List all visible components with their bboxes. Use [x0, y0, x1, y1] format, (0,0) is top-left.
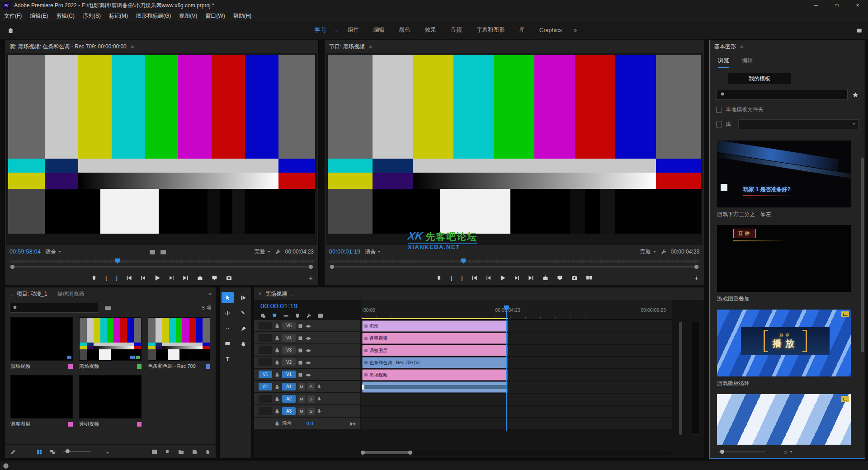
timeline-timecode[interactable]: 00:00:01:19 [254, 300, 360, 310]
project-item[interactable]: 调整图层 [10, 375, 73, 428]
list-options-icon[interactable]: ≡ [784, 449, 793, 456]
menu-file[interactable]: 文件(F) [0, 12, 26, 20]
track-lane-v1[interactable]: 黑场视频 [361, 369, 672, 381]
track-lane-a1[interactable] [361, 381, 672, 393]
template-item[interactable]: 直播 游戏图形叠加 [717, 225, 859, 303]
template-item[interactable]: 联赛 播放 游戏徽标循环 [717, 310, 859, 387]
eye-icon[interactable] [305, 323, 311, 328]
new-bin-icon[interactable] [178, 447, 184, 456]
lock-icon[interactable] [274, 384, 280, 390]
program-timecode[interactable]: 00:00:01:19 [329, 249, 360, 255]
ripple-edit-tool[interactable] [222, 307, 234, 319]
add-marker-button[interactable] [436, 273, 442, 282]
program-zoom-select[interactable]: 适合 [365, 248, 381, 256]
track-target-button[interactable]: V5 [282, 322, 296, 329]
menu-sequence[interactable]: 序列(S) [79, 12, 105, 20]
list-view-icon[interactable] [24, 447, 29, 456]
project-tab[interactable]: 项目: 动漫_1 [17, 290, 47, 298]
in-out-filter-icon[interactable] [104, 304, 111, 312]
go-to-in-button[interactable] [126, 273, 132, 282]
template-item[interactable] [717, 394, 859, 445]
workspace-tab-learning[interactable]: 学习 [307, 26, 333, 34]
solo-button[interactable]: S [307, 383, 315, 390]
eye-icon[interactable] [305, 371, 311, 377]
mark-in-button[interactable]: { [105, 274, 107, 281]
lock-icon[interactable] [274, 396, 280, 402]
icon-view-icon[interactable] [37, 447, 42, 456]
source-patch-box[interactable] [259, 334, 272, 342]
source-patch-box[interactable] [259, 358, 272, 366]
clip-thumbnail[interactable] [10, 317, 73, 361]
project-item[interactable]: 黑场视频 [79, 317, 142, 370]
mark-in-button[interactable]: { [450, 274, 452, 281]
menu-view[interactable]: 视图(V) [175, 12, 201, 20]
pen-tool[interactable] [237, 323, 250, 334]
lock-icon[interactable] [274, 359, 280, 365]
quick-export-icon[interactable] [856, 25, 863, 33]
overwrite-button[interactable] [212, 273, 217, 282]
source-scrubber[interactable] [9, 258, 314, 264]
track-target-button[interactable]: V1 [282, 371, 296, 378]
menu-clip[interactable]: 剪辑(C) [52, 12, 79, 20]
step-back-button[interactable] [486, 273, 491, 282]
label-color-chip[interactable] [68, 422, 73, 427]
go-to-out-button[interactable] [183, 273, 189, 282]
timeline-playhead-line[interactable] [506, 311, 507, 431]
clip-graphic[interactable]: 图形 [362, 320, 508, 332]
project-item[interactable]: 色条和色调 - Rec 709 [148, 317, 210, 370]
clip-thumbnail[interactable] [148, 317, 210, 361]
maximize-button[interactable]: □ [826, 0, 847, 11]
automate-to-sequence-icon[interactable] [151, 447, 157, 456]
program-panel-menu-icon[interactable]: ≡ [369, 43, 373, 50]
lift-button[interactable] [542, 273, 548, 282]
template-item[interactable]: 玩家 1 是否准备好? 游戏下方三分之一靠左 [717, 141, 859, 218]
workspace-menu-icon[interactable]: ≡ [333, 27, 340, 33]
track-target-button[interactable]: A3 [282, 407, 296, 415]
type-tool[interactable]: T [222, 353, 234, 365]
source-timecode[interactable]: 00:59:58:04 [9, 249, 41, 255]
mic-icon[interactable] [317, 408, 321, 414]
mark-out-button[interactable]: } [116, 274, 118, 281]
workspace-tab-assembly[interactable]: 组件 [340, 26, 366, 34]
source-resolution-select[interactable]: 完整 [255, 248, 270, 256]
razor-tool[interactable] [237, 307, 250, 319]
timeline-ruler[interactable]: :00:00 00:00:04:23 00:00:09:23 [361, 300, 672, 320]
track-select-forward-tool[interactable] [237, 292, 250, 303]
button-editor-button[interactable]: + [694, 274, 698, 282]
selection-tool[interactable] [222, 292, 234, 303]
insert-button[interactable] [197, 273, 203, 282]
timeline-vertical-scrollbar[interactable] [679, 322, 682, 435]
eye-icon[interactable] [305, 335, 311, 340]
template-thumbnail[interactable] [717, 394, 851, 445]
minimize-button[interactable]: ─ [806, 0, 826, 11]
add-marker-icon[interactable] [295, 311, 300, 320]
eye-icon[interactable] [305, 359, 311, 365]
track-target-button[interactable]: A1 [282, 383, 296, 390]
workspace-tab-audio[interactable]: 音频 [443, 26, 469, 34]
find-icon[interactable] [165, 447, 170, 456]
mark-out-button[interactable]: } [461, 274, 463, 281]
lock-icon[interactable] [274, 371, 280, 377]
timeline-horizontal-scrollbar[interactable] [361, 451, 672, 455]
project-search-input[interactable] [21, 305, 96, 311]
lock-icon[interactable] [274, 347, 280, 353]
timeline-panel-menu-icon[interactable]: ≡ [291, 291, 295, 297]
step-forward-button[interactable] [169, 273, 174, 282]
project-item[interactable]: 黑场视频 [10, 317, 73, 370]
template-search-input[interactable] [729, 91, 844, 98]
template-search-box[interactable] [716, 89, 848, 100]
source-playhead-marker[interactable] [115, 258, 120, 263]
program-scrubber[interactable] [329, 258, 699, 264]
export-frame-button[interactable] [571, 273, 577, 282]
source-patch-box[interactable] [259, 346, 272, 354]
menu-graphics-titles[interactable]: 图形和标题(G) [132, 12, 175, 20]
clip-thumbnail[interactable] [79, 375, 142, 418]
track-lane-a3[interactable] [361, 406, 672, 417]
sort-icon[interactable] [99, 447, 109, 456]
play-button[interactable] [500, 273, 506, 282]
comparison-view-button[interactable] [586, 273, 592, 282]
add-marker-button[interactable] [91, 273, 97, 282]
lock-icon[interactable] [274, 420, 280, 426]
libraries-dropdown[interactable] [738, 119, 859, 129]
workspace-tab-libraries[interactable]: 库 [512, 26, 532, 34]
